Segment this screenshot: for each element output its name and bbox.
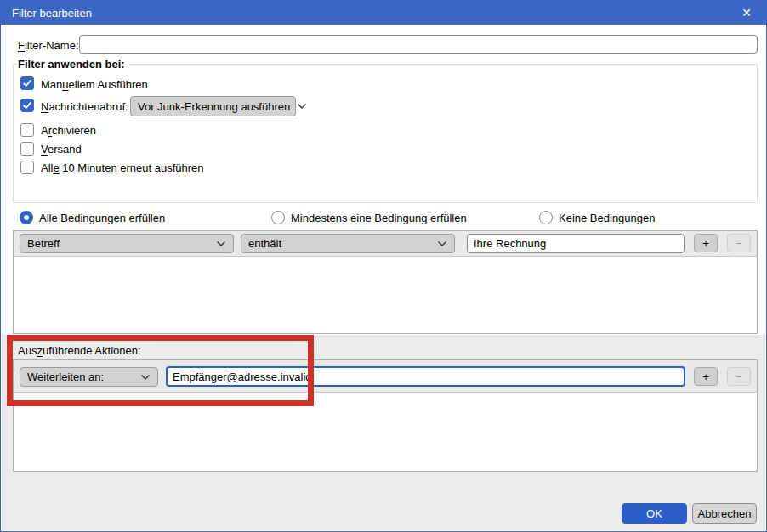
edit-filter-dialog: Filter bearbeiten ✕ Filter-Name: Filter …	[0, 0, 767, 532]
chevron-down-icon	[216, 241, 226, 247]
checkbox-manual-run-label[interactable]: Manuellem Ausführen	[41, 78, 148, 91]
checkbox-periodic-run[interactable]	[20, 161, 34, 174]
apply-when-legend: Filter anwenden bei:	[17, 58, 128, 71]
check-icon	[21, 99, 33, 111]
close-icon[interactable]: ✕	[727, 1, 766, 25]
condition-remove-button: −	[727, 234, 751, 252]
conditions-listbox: Betreff enthält + −	[13, 230, 758, 334]
checkbox-fetch-mail[interactable]	[20, 99, 34, 112]
check-icon	[21, 77, 33, 89]
action-row: Weiterleiten an: Empfänger@adresse.inval…	[14, 360, 757, 393]
actions-listbox: Weiterleiten an: Empfänger@adresse.inval…	[13, 359, 758, 472]
checkbox-sending-label[interactable]: Versand	[41, 143, 82, 156]
checkbox-fetch-mail-label[interactable]: Nachrichtenabruf:	[41, 100, 128, 113]
condition-attribute-value: Betreff	[27, 237, 60, 250]
radio-match-all[interactable]	[20, 211, 33, 224]
title-bar: Filter bearbeiten ✕	[1, 1, 766, 25]
dialog-title: Filter bearbeiten	[1, 7, 92, 20]
radio-match-none-label[interactable]: Keine Bedingungen	[559, 212, 656, 224]
condition-add-button[interactable]: +	[694, 234, 718, 252]
action-value-input[interactable]: Empfänger@adresse.invalid	[166, 366, 685, 387]
radio-match-any[interactable]	[271, 211, 285, 224]
action-value-text: Empfänger@adresse.invalid	[173, 371, 312, 383]
actions-label: Auszuführende Aktionen:	[18, 344, 141, 357]
checkbox-periodic-run-label[interactable]: Alle 10 Minuten erneut ausführen	[41, 161, 204, 174]
junk-timing-dropdown[interactable]: Vor Junk-Erkennung ausführen	[130, 96, 296, 116]
junk-timing-value: Vor Junk-Erkennung ausführen	[138, 100, 290, 113]
radio-match-any-label[interactable]: Mindestens eine Bedingung erfüllen	[291, 212, 467, 224]
condition-row: Betreff enthält + −	[14, 231, 757, 257]
checkbox-sending[interactable]	[20, 142, 34, 156]
condition-attribute-dropdown[interactable]: Betreff	[20, 234, 234, 253]
checkbox-archiving[interactable]	[20, 123, 34, 137]
condition-value-input[interactable]	[467, 234, 685, 253]
checkbox-manual-run[interactable]	[20, 76, 34, 90]
condition-operator-dropdown[interactable]: enthält	[241, 234, 455, 253]
action-type-value: Weiterleiten an:	[27, 371, 104, 383]
action-remove-button: −	[727, 367, 751, 386]
radio-match-none[interactable]	[539, 211, 553, 224]
condition-operator-value: enthält	[248, 237, 281, 250]
chevron-down-icon	[140, 374, 151, 381]
ok-button[interactable]: OK	[622, 503, 687, 524]
action-add-button[interactable]: +	[694, 367, 718, 386]
radio-match-all-label[interactable]: Alle Bedingungen erfüllen	[39, 212, 165, 224]
filter-name-input[interactable]	[79, 35, 758, 54]
cancel-button[interactable]: Abbrechen	[692, 503, 757, 524]
action-type-dropdown[interactable]: Weiterleiten an:	[20, 367, 158, 387]
chevron-down-icon	[297, 103, 307, 110]
filter-name-label: Filter-Name:	[18, 39, 79, 52]
text-caret	[313, 371, 314, 382]
checkbox-archiving-label[interactable]: Archivieren	[41, 124, 96, 137]
chevron-down-icon	[437, 241, 447, 247]
